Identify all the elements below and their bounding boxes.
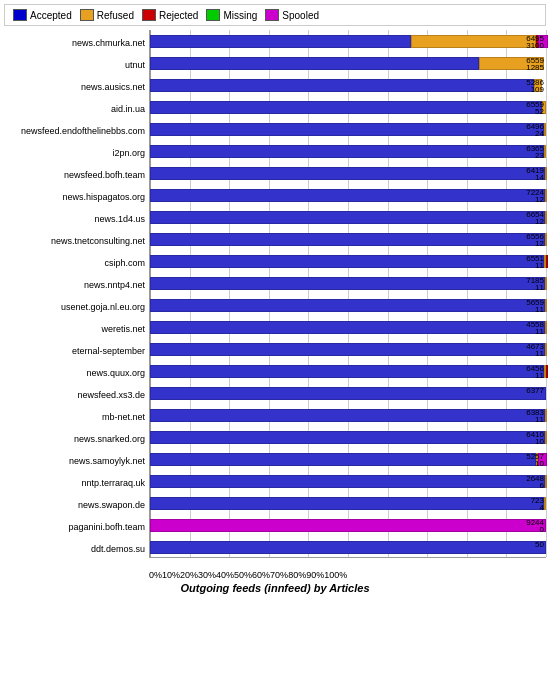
legend-label-accepted: Accepted bbox=[30, 10, 72, 21]
bar-segment-21-0 bbox=[150, 497, 544, 510]
table-row: 5286109 bbox=[150, 74, 546, 96]
bar-track-15: 645611 bbox=[150, 365, 546, 378]
bar-bot-label-2: 109 bbox=[531, 85, 544, 94]
bar-track-13: 455811 bbox=[150, 321, 546, 334]
legend-color-refused bbox=[80, 9, 94, 21]
row-label-21: news.swapon.de bbox=[4, 494, 149, 516]
bar-top-label-16: 6377 bbox=[526, 386, 544, 395]
x-axis-label-50%: 50% bbox=[234, 570, 252, 580]
bar-track-2: 5286109 bbox=[150, 79, 546, 92]
bar-segment-1-0 bbox=[150, 57, 479, 70]
bar-segment-11-0 bbox=[150, 277, 545, 290]
table-row: 655952 bbox=[150, 96, 546, 118]
bar-bot-label-17: 11 bbox=[535, 415, 544, 424]
row-label-23: ddt.demos.su bbox=[4, 538, 149, 560]
bar-segment-15-0 bbox=[150, 365, 544, 378]
bar-segment-18-1 bbox=[545, 431, 547, 444]
legend-color-accepted bbox=[13, 9, 27, 21]
table-row: 722412 bbox=[150, 184, 546, 206]
row-label-22: paganini.bofh.team bbox=[4, 516, 149, 538]
x-axis-label-80%: 80% bbox=[288, 570, 306, 580]
table-row: 641914 bbox=[150, 162, 546, 184]
legend-label-spooled: Spooled bbox=[282, 10, 319, 21]
row-label-3: aid.in.ua bbox=[4, 98, 149, 120]
bar-bot-label-8: 12 bbox=[535, 217, 544, 226]
bar-track-11: 718511 bbox=[150, 277, 546, 290]
x-axis-labels: 0%10%20%30%40%50%60%70%80%90%100% bbox=[149, 568, 347, 580]
table-row: 6377 bbox=[150, 382, 546, 404]
bar-bot-label-7: 12 bbox=[535, 195, 544, 204]
bar-segment-9-1 bbox=[545, 233, 547, 246]
bar-bot-label-22: 0 bbox=[540, 525, 544, 534]
bar-track-18: 641010 bbox=[150, 431, 546, 444]
bar-track-23: 50 bbox=[150, 541, 546, 554]
bar-bot-label-13: 11 bbox=[535, 327, 544, 336]
bar-track-20: 26486 bbox=[150, 475, 546, 488]
table-row: 638311 bbox=[150, 404, 546, 426]
x-axis-label-10%: 10% bbox=[162, 570, 180, 580]
bar-segment-2-0 bbox=[150, 79, 534, 92]
bar-segment-10-2 bbox=[546, 255, 548, 268]
bar-segment-16-0 bbox=[150, 387, 546, 400]
table-row: 649624 bbox=[150, 118, 546, 140]
legend: AcceptedRefusedRejectedMissingSpooled bbox=[4, 4, 546, 26]
row-label-2: news.ausics.net bbox=[4, 76, 149, 98]
row-label-15: news.quux.org bbox=[4, 362, 149, 384]
legend-label-rejected: Rejected bbox=[159, 10, 198, 21]
row-label-18: news.snarked.org bbox=[4, 428, 149, 450]
table-row: 655612 bbox=[150, 228, 546, 250]
bar-segment-0-0 bbox=[150, 35, 411, 48]
legend-label-missing: Missing bbox=[223, 10, 257, 21]
legend-color-spooled bbox=[265, 9, 279, 21]
table-row: 525710 bbox=[150, 448, 546, 470]
row-label-7: news.hispagatos.org bbox=[4, 186, 149, 208]
table-row: 718511 bbox=[150, 272, 546, 294]
table-row: 645611 bbox=[150, 360, 546, 382]
table-row: 7234 bbox=[150, 492, 546, 514]
bar-segment-0-1 bbox=[411, 35, 536, 48]
bar-bot-label-5: 23 bbox=[535, 151, 544, 160]
x-axis-label-60%: 60% bbox=[252, 570, 270, 580]
bar-bot-label-11: 11 bbox=[535, 283, 544, 292]
bar-segment-17-0 bbox=[150, 409, 545, 422]
bar-bot-label-12: 11 bbox=[535, 305, 544, 314]
row-label-13: weretis.net bbox=[4, 318, 149, 340]
bar-bot-label-9: 12 bbox=[535, 239, 544, 248]
bar-segment-11-1 bbox=[545, 277, 547, 290]
bar-bot-label-15: 11 bbox=[535, 371, 544, 380]
bar-segment-3-0 bbox=[150, 101, 542, 114]
bar-segment-23-0 bbox=[150, 541, 546, 554]
x-axis-label-100%: 100% bbox=[324, 570, 347, 580]
bar-bot-label-14: 11 bbox=[535, 349, 544, 358]
bars-area: 6495310065591285528610965595264962463652… bbox=[149, 30, 546, 558]
row-label-10: csiph.com bbox=[4, 252, 149, 274]
bar-track-22: 92440 bbox=[150, 519, 546, 532]
y-axis-labels: news.chmurka.netutnutnews.ausics.netaid.… bbox=[4, 30, 149, 568]
legend-item-accepted: Accepted bbox=[13, 9, 72, 21]
bar-segment-12-0 bbox=[150, 299, 545, 312]
bar-segment-7-1 bbox=[545, 189, 547, 202]
row-label-4: newsfeed.endofthelinebbs.com bbox=[4, 120, 149, 142]
table-row: 665412 bbox=[150, 206, 546, 228]
bar-segment-5-0 bbox=[150, 145, 544, 158]
bar-segment-4-0 bbox=[150, 123, 544, 136]
bar-bot-label-10: 11 bbox=[535, 261, 544, 270]
bar-track-4: 649624 bbox=[150, 123, 546, 136]
bar-bot-label-20: 6 bbox=[540, 481, 544, 490]
x-axis-label-0%: 0% bbox=[149, 570, 162, 580]
row-label-17: mb-net.net bbox=[4, 406, 149, 428]
chart-container: AcceptedRefusedRejectedMissingSpooled ne… bbox=[0, 0, 550, 598]
bar-segment-13-0 bbox=[150, 321, 545, 334]
bar-bot-label-4: 24 bbox=[535, 129, 544, 138]
bar-segment-14-1 bbox=[545, 343, 547, 356]
bar-track-8: 665412 bbox=[150, 211, 546, 224]
bar-segment-6-0 bbox=[150, 167, 545, 180]
table-row: 26486 bbox=[150, 470, 546, 492]
bar-segment-19-0 bbox=[150, 453, 536, 466]
row-label-11: news.nntp4.net bbox=[4, 274, 149, 296]
bar-segment-5-1 bbox=[544, 145, 546, 158]
row-label-6: newsfeed.bofh.team bbox=[4, 164, 149, 186]
legend-label-refused: Refused bbox=[97, 10, 134, 21]
bar-track-14: 467311 bbox=[150, 343, 546, 356]
x-axis: 0%10%20%30%40%50%60%70%80%90%100% bbox=[4, 568, 546, 580]
